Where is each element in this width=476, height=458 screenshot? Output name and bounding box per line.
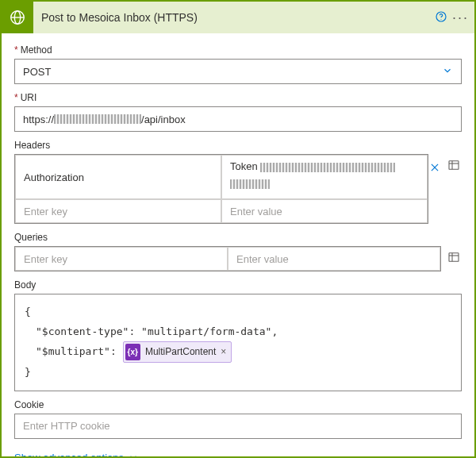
- uri-host-obscured: [54, 114, 141, 124]
- method-field: Method POST: [14, 44, 462, 84]
- query-value-placeholder[interactable]: Enter value: [228, 247, 440, 271]
- card-header: Post to Mesoica Inbox (HTTPS) ···: [2, 2, 474, 33]
- header-value-cell[interactable]: Token: [221, 155, 428, 199]
- method-select[interactable]: POST: [14, 59, 462, 84]
- header-value-obscured-0b: [230, 179, 270, 189]
- method-label: Method: [14, 44, 462, 56]
- svg-rect-10: [449, 253, 459, 262]
- header-key-placeholder[interactable]: Enter key: [15, 199, 221, 223]
- headers-switch-mode[interactable]: [447, 159, 462, 174]
- headers-label: Headers: [14, 140, 462, 151]
- header-value-prefix-0: Token: [230, 160, 260, 172]
- switch-mode-icon: [447, 159, 460, 171]
- header-value-obscured-0a: [260, 163, 395, 172]
- switch-mode-icon: [447, 251, 460, 264]
- fx-icon: {x}: [125, 344, 140, 360]
- body-label: Body: [14, 279, 462, 291]
- cookie-field: Cookie: [14, 399, 462, 439]
- ellipsis-icon: ···: [452, 10, 469, 25]
- close-icon: [429, 162, 440, 173]
- uri-field: URI https:///api/inbox: [14, 92, 462, 132]
- header-row-delete[interactable]: [428, 162, 441, 176]
- uri-prefix: https://: [23, 114, 54, 125]
- method-value: POST: [23, 66, 51, 78]
- card-title: Post to Mesoica Inbox (HTTPS): [33, 11, 430, 24]
- cookie-input[interactable]: [14, 414, 462, 439]
- more-button[interactable]: ···: [452, 10, 474, 26]
- body-line-4: }: [25, 363, 451, 383]
- header-key-0: Authorization: [24, 171, 84, 183]
- queries-label: Queries: [14, 232, 462, 243]
- token-remove[interactable]: ×: [221, 343, 226, 361]
- help-icon: [435, 10, 447, 23]
- queries-switch-mode[interactable]: [447, 251, 462, 266]
- advanced-label: Show advanced options: [14, 452, 124, 456]
- body-line-3: "$multipart": {x} MultiPartContent ×: [25, 341, 451, 363]
- token-label: MultiPartContent: [145, 343, 216, 361]
- headers-field: Headers Authorization Token Enter key En…: [14, 140, 462, 224]
- expression-token[interactable]: {x} MultiPartContent ×: [123, 341, 232, 363]
- body-line-3-prefix: "$multipart":: [36, 345, 123, 357]
- body-editor[interactable]: { "$content-type": "multipart/form-data"…: [14, 294, 462, 391]
- uri-input[interactable]: https:///api/inbox: [14, 106, 462, 132]
- cookie-label: Cookie: [14, 399, 462, 410]
- help-button[interactable]: [430, 10, 452, 25]
- query-key-placeholder[interactable]: Enter key: [15, 247, 228, 271]
- body-line-1: {: [25, 302, 451, 322]
- uri-suffix: /api/inbox: [141, 114, 186, 125]
- globe-icon: [9, 9, 26, 26]
- http-action-card: Post to Mesoica Inbox (HTTPS) ··· Method…: [0, 0, 476, 458]
- body-field: Body { "$content-type": "multipart/form-…: [14, 279, 462, 391]
- headers-table: Authorization Token Enter key Enter valu…: [14, 154, 428, 224]
- action-icon: [2, 2, 33, 33]
- svg-rect-7: [449, 161, 459, 170]
- header-value-placeholder[interactable]: Enter value: [221, 199, 428, 223]
- queries-table: Enter key Enter value: [14, 246, 441, 271]
- body-line-2: "$content-type": "multipart/form-data",: [25, 322, 451, 342]
- chevron-down-icon: [442, 65, 453, 79]
- svg-point-4: [440, 18, 441, 19]
- header-key-cell[interactable]: Authorization: [15, 155, 221, 199]
- show-advanced-options[interactable]: Show advanced options: [14, 452, 138, 456]
- card-content: Method POST URI https:///api/inbox Heade…: [2, 33, 474, 456]
- chevron-down-icon: [129, 452, 138, 456]
- queries-field: Queries Enter key Enter value: [14, 232, 462, 271]
- uri-label: URI: [14, 92, 462, 103]
